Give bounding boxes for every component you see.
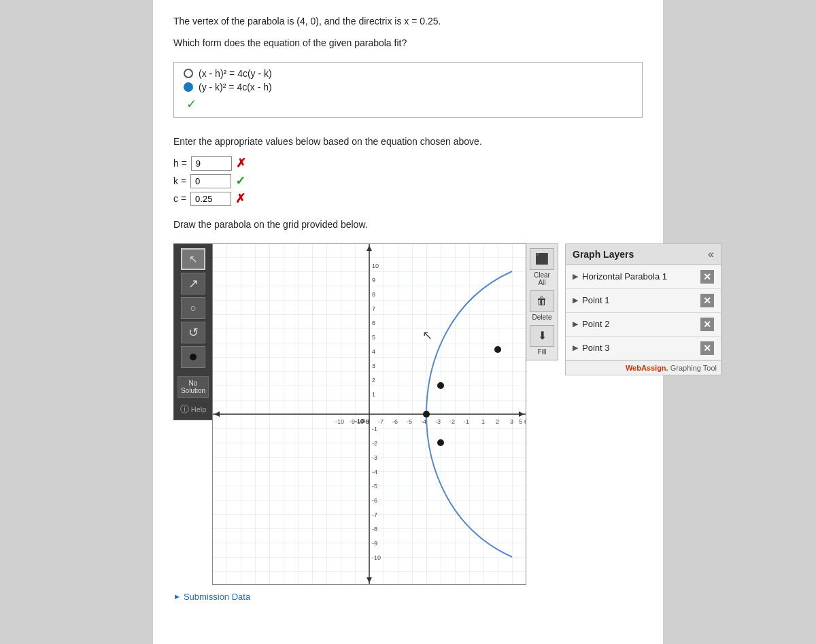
point2	[437, 439, 444, 446]
values-prompt: Enter the appropriate values below based…	[173, 134, 643, 149]
select-tool-button[interactable]: ↖	[181, 248, 205, 270]
svg-text:5: 5	[519, 418, 522, 425]
fill-icon: ⬇	[530, 325, 554, 347]
svg-text:-3: -3	[435, 418, 441, 425]
arrow-tool-button[interactable]: ↗	[181, 273, 205, 294]
svg-text:↖: ↖	[422, 328, 432, 342]
svg-text:-2: -2	[449, 418, 455, 425]
layer-item-point2: ▶ Point 2 ✕	[566, 313, 721, 337]
option2-radio[interactable]	[184, 82, 193, 92]
layer-name-parabola: Horizontal Parabola 1	[582, 271, 667, 282]
svg-text:-8: -8	[372, 526, 377, 532]
option2-row[interactable]: (y - k)² = 4c(x - h)	[184, 82, 632, 92]
layer-name-point1: Point 1	[582, 295, 609, 305]
layers-title: Graph Layers	[573, 249, 634, 260]
vertex-text: The vertex of the parabola is (4, 0), an…	[173, 14, 643, 29]
point3	[494, 346, 501, 353]
h-input[interactable]	[191, 156, 232, 171]
h-row: h = ✗	[173, 156, 643, 171]
svg-text:-10: -10	[372, 554, 381, 561]
submission-data-link[interactable]: ► Submission Data	[173, 592, 643, 602]
clear-all-label: Clear All	[530, 271, 554, 286]
option2-label: (y - k)² = 4c(x - h)	[199, 82, 272, 92]
h-status-icon: ✗	[236, 156, 246, 171]
layer-remove-point1[interactable]: ✕	[700, 294, 714, 307]
page-container: The vertex of the parabola is (4, 0), an…	[153, 0, 663, 644]
svg-text:3: 3	[372, 362, 375, 369]
svg-text:-5: -5	[372, 483, 377, 490]
help-link[interactable]: ⓘ Help	[180, 403, 207, 416]
graph-canvas[interactable]: -10 -9 -10 -9 -10 -9 -8 -7 -6 -5 -4 -3 -…	[212, 243, 526, 585]
svg-text:-1: -1	[372, 426, 377, 433]
svg-text:-7: -7	[372, 511, 377, 518]
svg-text:-9: -9	[372, 540, 377, 547]
point-dot-icon	[190, 354, 197, 360]
svg-text:2: 2	[496, 418, 499, 425]
circle-tool-button[interactable]: ○	[181, 297, 205, 319]
layers-collapse-button[interactable]: «	[708, 248, 714, 260]
main-content: The vertex of the parabola is (4, 0), an…	[173, 14, 643, 602]
delete-icon: 🗑	[530, 290, 554, 312]
svg-text:-6: -6	[372, 497, 377, 504]
svg-text:-2: -2	[372, 440, 377, 447]
graph-svg: -10 -9 -10 -9 -10 -9 -8 -7 -6 -5 -4 -3 -…	[213, 244, 526, 584]
fill-button[interactable]: ⬇ Fill	[530, 325, 554, 356]
layer-item-left-parabola: ▶ Horizontal Parabola 1	[573, 271, 667, 282]
k-status-icon: ✓	[235, 173, 245, 188]
svg-text:6: 6	[372, 320, 375, 326]
c-status-icon: ✗	[235, 191, 245, 206]
option1-radio[interactable]	[184, 69, 193, 78]
layer-remove-point3[interactable]: ✕	[700, 341, 714, 355]
svg-text:-8: -8	[364, 418, 369, 425]
svg-text:-3: -3	[372, 454, 377, 461]
curve-tool-button[interactable]: ↺	[181, 322, 205, 343]
vertex-point	[423, 411, 430, 418]
svg-text:1: 1	[481, 418, 485, 425]
layer-item-left-point2: ▶ Point 2	[573, 319, 609, 329]
k-input[interactable]	[190, 174, 231, 188]
svg-text:9: 9	[372, 277, 375, 284]
option1-row[interactable]: (x - h)² = 4c(y - k)	[184, 68, 632, 79]
layer-item-left-point1: ▶ Point 1	[573, 295, 609, 305]
svg-text:2: 2	[372, 377, 375, 384]
question-text: Which form does the equation of the give…	[173, 35, 643, 50]
c-label: c =	[173, 193, 186, 204]
right-actions: ⬛ Clear All 🗑 Delete ⬇ Fill	[526, 243, 558, 360]
graph-row: ↖ ↗ ○ ↺ No Solution ⓘ Help	[173, 243, 643, 585]
svg-text:-9: -9	[350, 418, 355, 425]
c-input[interactable]	[190, 192, 231, 206]
equation-checkmark: ✓	[186, 97, 197, 111]
svg-text:-4: -4	[421, 418, 426, 425]
point1	[437, 382, 444, 389]
clear-all-button[interactable]: ⬛ Clear All	[530, 248, 554, 286]
svg-text:-10: -10	[355, 418, 364, 425]
h-label: h =	[173, 158, 187, 169]
layer-item-parabola: ▶ Horizontal Parabola 1 ✕	[566, 265, 721, 289]
submission-arrow-icon: ►	[173, 592, 181, 600]
layer-arrow-point3[interactable]: ▶	[573, 343, 578, 352]
tool-label: Graphing Tool	[670, 364, 717, 372]
layer-remove-point2[interactable]: ✕	[700, 318, 714, 331]
layer-arrow-point2[interactable]: ▶	[573, 320, 578, 328]
delete-button[interactable]: 🗑 Delete	[530, 290, 554, 321]
svg-text:-6: -6	[392, 418, 398, 425]
svg-text:5: 5	[372, 334, 375, 341]
layer-name-point2: Point 2	[582, 319, 609, 329]
help-icon: ⓘ	[180, 403, 189, 416]
layer-remove-parabola[interactable]: ✕	[700, 270, 714, 284]
no-solution-button[interactable]: No Solution	[177, 376, 209, 398]
clear-all-icon: ⬛	[530, 248, 554, 270]
webassign-footer: WebAssign. Graphing Tool	[566, 360, 721, 375]
svg-text:-7: -7	[378, 418, 384, 425]
svg-text:-4: -4	[372, 469, 377, 475]
layer-item-left-point3: ▶ Point 3	[573, 343, 609, 353]
layer-arrow-point1[interactable]: ▶	[573, 296, 578, 305]
layer-arrow-parabola[interactable]: ▶	[573, 272, 578, 281]
graph-layers-panel: Graph Layers « ▶ Horizontal Parabola 1 ✕…	[565, 243, 721, 375]
point-tool-button[interactable]	[181, 346, 205, 368]
svg-text:-10: -10	[335, 418, 344, 425]
webassign-brand: WebAssign.	[626, 364, 668, 372]
svg-text:10: 10	[372, 262, 379, 269]
k-row: k = ✓	[173, 173, 643, 188]
draw-prompt: Draw the parabola on the grid provided b…	[173, 217, 643, 232]
